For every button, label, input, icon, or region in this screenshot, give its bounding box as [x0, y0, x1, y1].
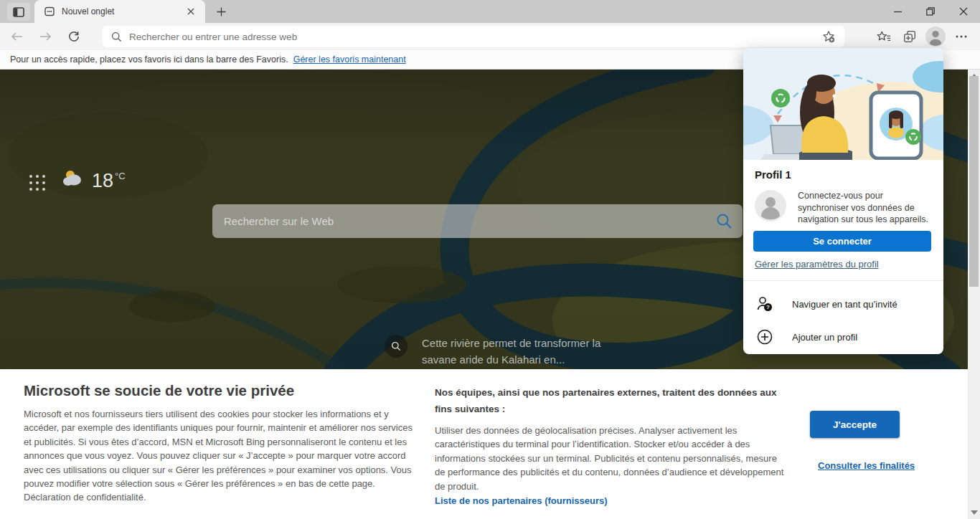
weather-widget[interactable]: 18 °C [62, 168, 126, 193]
tab-actions-icon [13, 7, 24, 17]
back-arrow-icon [11, 32, 23, 42]
back-button[interactable] [4, 26, 29, 47]
close-window-button[interactable] [947, 0, 980, 23]
forward-arrow-icon [39, 32, 52, 42]
favorites-button[interactable] [871, 26, 897, 47]
new-tab-page-icon [44, 6, 55, 16]
profile-button[interactable] [923, 26, 948, 47]
manage-favorites-link[interactable]: Gérer les favoris maintenant [293, 54, 406, 65]
guest-item-label: Naviguer en tant qu’invité [792, 299, 897, 310]
search-icon[interactable] [716, 213, 732, 229]
caption-zoom-button[interactable] [385, 335, 407, 358]
profile-avatar-large [755, 190, 786, 222]
cookie-consent-banner: Microsoft se soucie de votre vie privée … [0, 369, 980, 519]
close-icon [187, 8, 194, 15]
divider [743, 280, 943, 281]
close-icon [959, 7, 968, 16]
favorites-star-icon [877, 30, 891, 43]
partners-list-link[interactable]: Liste de nos partenaires (fournisseurs) [435, 495, 608, 506]
edge-browser-window: Nouvel onglet [0, 0, 980, 519]
favorites-info-text: Pour un accès rapide, placez vos favoris… [10, 54, 288, 65]
toolbar [0, 23, 980, 50]
settings-menu-button[interactable] [948, 26, 974, 47]
apps-launcher-button[interactable] [29, 175, 46, 191]
accept-button[interactable]: J'accepte [810, 411, 900, 438]
web-search-box[interactable] [212, 204, 743, 238]
star-plus-icon [822, 30, 835, 43]
view-purposes-link[interactable]: Consulter les finalités [818, 460, 915, 471]
forward-button[interactable] [33, 26, 57, 47]
consent-title: Microsoft se soucie de votre vie privée [24, 382, 294, 399]
restore-button[interactable] [914, 0, 947, 23]
sign-in-button[interactable]: Se connecter [753, 231, 931, 252]
weather-temperature: 18 [92, 168, 113, 193]
restore-icon [926, 7, 935, 16]
address-input[interactable] [129, 32, 819, 42]
weather-unit: °C [115, 171, 126, 181]
add-favorite-button[interactable] [819, 27, 839, 46]
scroll-down-arrow[interactable] [971, 510, 978, 515]
partly-cloudy-icon [62, 168, 85, 187]
window-controls [881, 0, 980, 23]
tab-title: Nouvel onglet [62, 6, 184, 16]
caption-text: Cette rivière permet de transformer la s… [422, 335, 600, 368]
caption-line2: savane aride du Kalahari en... [422, 353, 565, 366]
add-profile-label: Ajouter un profil [792, 332, 857, 343]
collections-button[interactable] [897, 26, 923, 47]
minimize-icon [894, 8, 902, 16]
scrollbar-thumb[interactable] [969, 76, 979, 287]
new-tab-button[interactable] [212, 4, 230, 19]
consent-purposes-title: Nos équipes, ainsi que nos partenaires e… [435, 384, 779, 417]
refresh-button[interactable] [62, 26, 86, 47]
toolbar-right [871, 25, 974, 48]
manage-profile-settings-link[interactable]: Gérer les paramètres du profil [755, 259, 879, 270]
add-profile-item[interactable]: Ajouter un profil [743, 322, 943, 352]
minimize-button[interactable] [881, 0, 914, 23]
profile-name: Profil 1 [755, 168, 791, 181]
search-icon [111, 32, 122, 42]
titlebar: Nouvel onglet [0, 0, 980, 23]
vertical-scrollbar[interactable] [968, 70, 980, 519]
browse-as-guest-item[interactable]: ? Naviguer en tant qu’invité [743, 289, 943, 319]
guest-user-icon: ? [756, 295, 773, 313]
profile-flyout: Profil 1 Connectez-vous pour synchronise… [743, 48, 943, 354]
collections-icon [903, 29, 917, 44]
address-bar[interactable] [103, 26, 844, 47]
browser-tab[interactable]: Nouvel onglet [34, 0, 205, 23]
add-circle-icon [756, 328, 773, 346]
magnifier-icon [391, 341, 401, 351]
background-caption[interactable]: Cette rivière permet de transformer la s… [385, 335, 600, 368]
svg-text:?: ? [766, 304, 770, 310]
plus-icon [217, 7, 226, 16]
profile-sync-illustration [743, 48, 943, 160]
consent-purposes-body: Utiliser des données de géolocalisation … [435, 424, 789, 493]
tab-actions-menu-button[interactable] [7, 3, 30, 21]
ellipsis-icon [956, 34, 967, 39]
refresh-icon [68, 31, 80, 42]
web-search-input[interactable] [224, 215, 716, 227]
profile-sync-text: Connectez-vous pour synchroniser vos don… [798, 190, 936, 226]
profile-avatar-icon [925, 26, 946, 47]
consent-body-text: Microsoft et nos fournisseurs tiers util… [24, 407, 417, 505]
tab-close-button[interactable] [184, 4, 198, 19]
caption-line1: Cette rivière permet de transformer la [422, 337, 600, 349]
